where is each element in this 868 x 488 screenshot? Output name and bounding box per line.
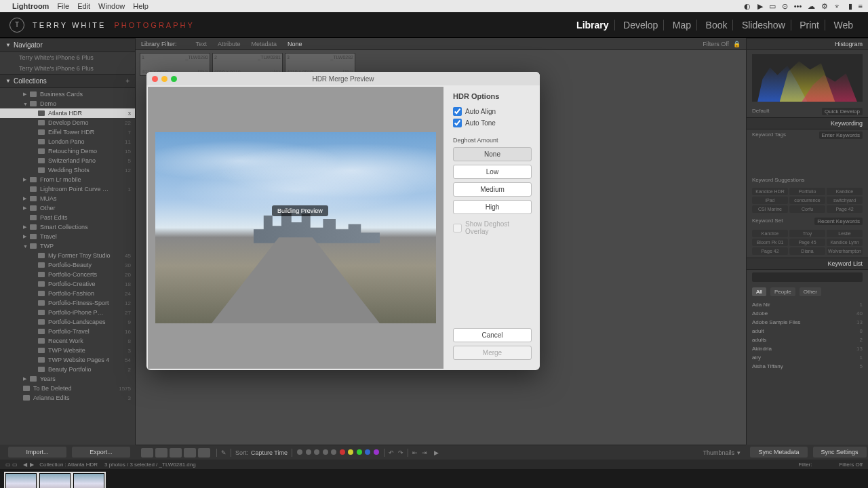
collection-item[interactable]: London Pano11 (0, 137, 135, 146)
collection-path[interactable]: Collection : Atlanta HDR (39, 462, 98, 468)
collection-item[interactable]: Recent Work8 (0, 336, 135, 346)
collection-item[interactable]: Arianna Edits3 (0, 393, 135, 403)
export-button[interactable]: Export... (72, 447, 130, 458)
collection-item[interactable]: Beauty Portfolio2 (0, 365, 135, 374)
tray-icon[interactable]: ▭ (769, 2, 776, 10)
collection-item[interactable]: Portfolio-Fashion24 (0, 289, 135, 298)
tray-icon[interactable]: ▶ (757, 2, 763, 10)
collection-item[interactable]: ▶Business Cards (0, 89, 135, 99)
tray-icon[interactable]: ᯤ (834, 2, 842, 10)
keyword-suggestion[interactable]: Bloom Pk 01 (752, 239, 788, 246)
thumbnail-size-slider[interactable]: ▾ (737, 449, 741, 456)
collection-item[interactable]: Portfolio-Creative18 (0, 279, 135, 289)
collection-item[interactable]: ▼Demo (0, 99, 135, 108)
collection-item[interactable]: Portfolio-Fitness-Sport12 (0, 298, 135, 308)
navigator-row[interactable]: Terry White's iPhone 6 Plus (0, 63, 135, 74)
keyword-suggestion[interactable]: Diana (789, 247, 825, 255)
keyword-item[interactable]: Akindria13 (752, 344, 863, 353)
collection-item[interactable]: ▶MUAs (0, 194, 135, 203)
second-window-icon[interactable]: ▭ ▭ (5, 462, 18, 468)
dialog-titlebar[interactable]: HDR Merge Preview (146, 72, 540, 85)
auto-align-checkbox[interactable]: Auto Align (453, 107, 532, 116)
keywording-header[interactable]: Keywording (747, 117, 868, 129)
label-none[interactable] (297, 449, 302, 455)
deghost-none[interactable]: None (453, 147, 532, 161)
painter-icon[interactable]: ✎ (221, 449, 226, 456)
collection-item[interactable]: My Former Troy Studio45 (0, 251, 135, 260)
nav-next-icon[interactable]: ⇥ (422, 449, 427, 456)
app-name[interactable]: Lightroom (12, 2, 49, 10)
label-none[interactable] (323, 449, 328, 455)
label-none[interactable] (331, 449, 336, 455)
enter-keywords[interactable]: Enter Keywords (819, 131, 863, 139)
keyword-suggestion[interactable]: Wolverhampton (827, 247, 863, 255)
collection-item[interactable]: Portfolio-Travel16 (0, 327, 135, 336)
filter-all[interactable]: All (752, 287, 766, 296)
keyword-suggestion[interactable]: Corfu (789, 205, 825, 213)
collection-item[interactable]: Wedding Shots12 (0, 165, 135, 175)
keyword-item[interactable]: adults2 (752, 336, 863, 344)
filter-other[interactable]: Other (800, 287, 821, 296)
keyword-suggestion[interactable]: Kandice Lynn (827, 239, 863, 246)
collections-header[interactable]: ▼ Collections + (0, 74, 135, 88)
tray-icon[interactable]: ⊙ (782, 2, 788, 10)
label-yellow[interactable] (348, 449, 353, 455)
menu-help[interactable]: Help (133, 2, 149, 10)
module-web[interactable]: Web (828, 20, 859, 30)
keyword-list-header[interactable]: Keyword List (747, 258, 868, 270)
rotate-ccw-icon[interactable]: ↶ (389, 449, 394, 456)
slideshow-play-icon[interactable]: ▶ (434, 449, 439, 456)
sort-dropdown[interactable]: Capture Time (251, 449, 288, 456)
deghost-low[interactable]: Low (453, 165, 532, 179)
collection-item[interactable]: Atlanta HDR3 (0, 108, 135, 118)
module-book[interactable]: Book (701, 20, 734, 30)
collection-item[interactable]: Retouching Demo15 (0, 146, 135, 156)
collection-item[interactable]: Portfolio-Concerts20 (0, 270, 135, 279)
tray-icon[interactable]: ••• (794, 2, 802, 10)
collection-item[interactable]: ▶Smart Collections (0, 222, 135, 232)
close-icon[interactable] (152, 76, 158, 82)
collection-item[interactable]: TWP Website3 (0, 346, 135, 355)
collection-item[interactable]: ▶From Lr mobile (0, 175, 135, 184)
filter-people[interactable]: People (770, 287, 795, 296)
filters-off[interactable]: Filters Off (703, 41, 729, 47)
filter-text[interactable]: Text (196, 41, 208, 47)
keyword-suggestion[interactable]: Troy (789, 230, 825, 237)
collection-item[interactable]: Portfolio-Beauty30 (0, 260, 135, 270)
filmstrip-thumb[interactable] (73, 473, 104, 488)
keyword-item[interactable]: Aisha Tiffany5 (752, 362, 863, 371)
keyword-item[interactable]: Adobe Sample Files13 (752, 318, 863, 327)
sync-metadata-button[interactable]: Sync Metadata (750, 447, 807, 458)
module-library[interactable]: Library (571, 20, 614, 30)
zoom-icon[interactable] (171, 76, 177, 82)
label-purple[interactable] (374, 449, 379, 455)
collection-item[interactable]: Portfolio-iPhone P…27 (0, 308, 135, 317)
collection-item[interactable]: ▶Travel (0, 232, 135, 241)
filters-off-status[interactable]: Filters Off (839, 462, 863, 468)
keyword-suggestion[interactable]: concurrence (789, 197, 825, 204)
auto-tone-checkbox[interactable]: Auto Tone (453, 119, 532, 127)
keyword-suggestion[interactable]: Kandice (752, 230, 788, 237)
menu-edit[interactable]: Edit (77, 2, 90, 10)
deghost-medium[interactable]: Medium (453, 182, 532, 197)
keyword-suggestion[interactable]: Page 45 (789, 239, 825, 246)
add-collection-icon[interactable]: + (125, 77, 130, 85)
compare-view-button[interactable] (170, 448, 182, 458)
module-slideshow[interactable]: Slideshow (736, 20, 791, 30)
collection-item[interactable]: ▶Other (0, 203, 135, 213)
filter-none[interactable]: None (288, 41, 302, 47)
keyword-suggestion[interactable]: switchyard (827, 197, 863, 204)
loupe-view-button[interactable] (155, 448, 167, 458)
collection-item[interactable]: ▼TWP (0, 241, 135, 251)
nav-prev-icon[interactable]: ⇤ (412, 449, 418, 456)
navigator-row[interactable]: Terry White's iPhone 6 Plus (0, 52, 135, 63)
tray-icon[interactable]: ⚙ (821, 2, 828, 10)
collection-item[interactable]: Portfolio-Landscapes9 (0, 317, 135, 327)
collection-item[interactable]: Eiffel Tower HDR7 (0, 127, 135, 137)
go-forward-icon[interactable]: ▶ (30, 462, 34, 468)
collection-item[interactable]: Switzerland Pano5 (0, 156, 135, 165)
keyword-filter-input[interactable] (752, 272, 863, 282)
survey-view-button[interactable] (184, 448, 196, 458)
keyword-suggestion[interactable]: iPad (752, 197, 788, 204)
module-print[interactable]: Print (794, 20, 825, 30)
